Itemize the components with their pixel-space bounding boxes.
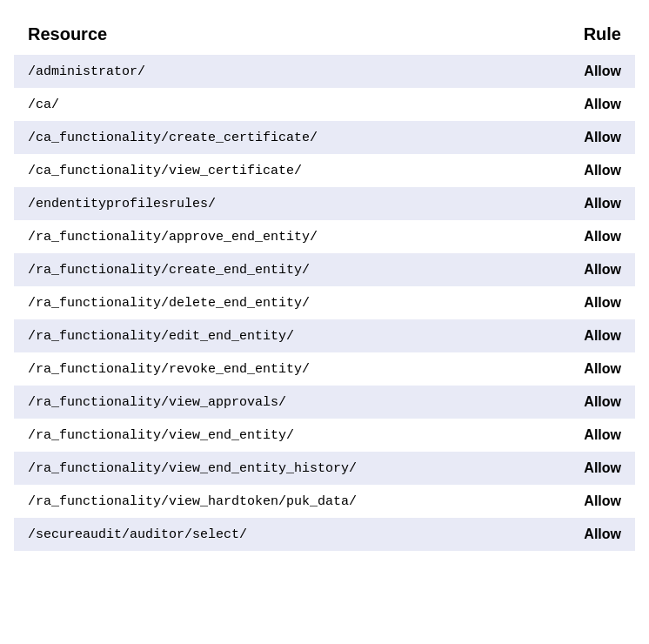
- rule-cell: Allow: [539, 253, 635, 286]
- table-row: /ra_functionality/view_hardtoken/puk_dat…: [14, 485, 635, 518]
- resource-cell: /ra_functionality/view_end_entity_histor…: [14, 452, 539, 485]
- table-row: /secureaudit/auditor/select/Allow: [14, 518, 635, 551]
- table-row: /ra_functionality/view_end_entity_histor…: [14, 452, 635, 485]
- resource-cell: /ra_functionality/view_approvals/: [14, 386, 539, 419]
- table-row: /ra_functionality/view_end_entity/Allow: [14, 419, 635, 452]
- resource-cell: /ra_functionality/approve_end_entity/: [14, 220, 539, 253]
- rule-cell: Allow: [539, 386, 635, 419]
- table-row: /ra_functionality/approve_end_entity/All…: [14, 220, 635, 253]
- resource-cell: /ca_functionality/create_certificate/: [14, 121, 539, 154]
- resource-cell: /ca/: [14, 88, 539, 121]
- table-row: /ca_functionality/view_certificate/Allow: [14, 154, 635, 187]
- table-row: /ra_functionality/delete_end_entity/Allo…: [14, 286, 635, 319]
- rule-cell: Allow: [539, 286, 635, 319]
- rule-column-header: Rule: [539, 14, 635, 55]
- rule-cell: Allow: [539, 220, 635, 253]
- resource-cell: /ra_functionality/create_end_entity/: [14, 253, 539, 286]
- resource-cell: /ra_functionality/view_end_entity/: [14, 419, 539, 452]
- resource-cell: /administrator/: [14, 55, 539, 88]
- rule-cell: Allow: [539, 187, 635, 220]
- resource-rule-table: Resource Rule /administrator/Allow/ca/Al…: [14, 14, 635, 551]
- table-row: /ra_functionality/view_approvals/Allow: [14, 386, 635, 419]
- resource-cell: /ra_functionality/delete_end_entity/: [14, 286, 539, 319]
- table-row: /ra_functionality/create_end_entity/Allo…: [14, 253, 635, 286]
- table-row: /administrator/Allow: [14, 55, 635, 88]
- rule-cell: Allow: [539, 319, 635, 352]
- resource-column-header: Resource: [14, 14, 539, 55]
- rule-cell: Allow: [539, 121, 635, 154]
- resource-cell: /endentityprofilesrules/: [14, 187, 539, 220]
- rule-cell: Allow: [539, 352, 635, 386]
- table-row: /ra_functionality/edit_end_entity/Allow: [14, 319, 635, 352]
- rule-cell: Allow: [539, 452, 635, 485]
- table-row: /ra_functionality/revoke_end_entity/Allo…: [14, 352, 635, 386]
- resource-cell: /secureaudit/auditor/select/: [14, 518, 539, 551]
- resource-cell: /ca_functionality/view_certificate/: [14, 154, 539, 187]
- resource-cell: /ra_functionality/revoke_end_entity/: [14, 352, 539, 386]
- resource-cell: /ra_functionality/view_hardtoken/puk_dat…: [14, 485, 539, 518]
- rule-cell: Allow: [539, 154, 635, 187]
- table-row: /ca_functionality/create_certificate/All…: [14, 121, 635, 154]
- resource-cell: /ra_functionality/edit_end_entity/: [14, 319, 539, 352]
- table-row: /endentityprofilesrules/Allow: [14, 187, 635, 220]
- rule-cell: Allow: [539, 485, 635, 518]
- table-row: /ca/Allow: [14, 88, 635, 121]
- rule-cell: Allow: [539, 419, 635, 452]
- rule-cell: Allow: [539, 518, 635, 551]
- rule-cell: Allow: [539, 88, 635, 121]
- rule-cell: Allow: [539, 55, 635, 88]
